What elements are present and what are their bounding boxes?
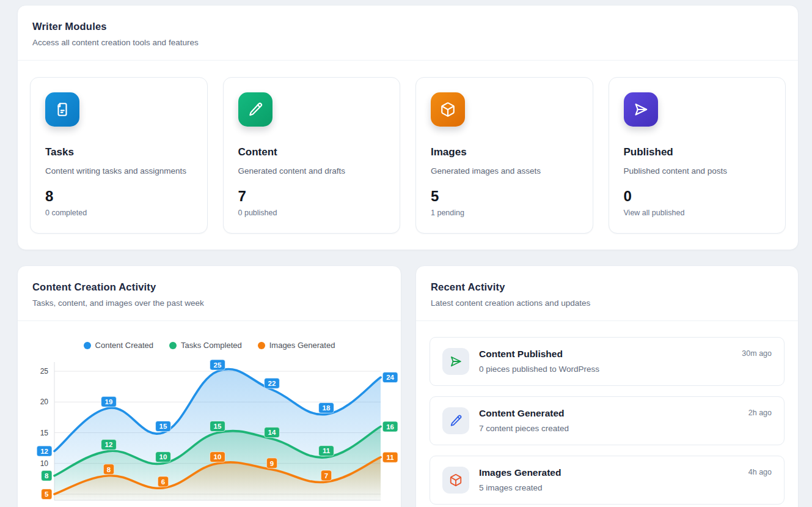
data-label-value: 6 (161, 478, 165, 486)
data-label-value: 8 (107, 466, 111, 473)
module-card-title: Published (624, 146, 771, 158)
data-label-value: 22 (268, 380, 276, 387)
data-label-value: 24 (386, 374, 394, 381)
module-card-footer: 1 pending (431, 209, 578, 217)
data-label-value: 19 (105, 398, 113, 405)
activity-item: Content Generated 7 content pieces creat… (430, 396, 785, 445)
data-label-value: 8 (45, 472, 49, 479)
send-icon (633, 102, 649, 117)
data-label-value: 11 (387, 454, 395, 461)
module-card-published[interactable]: Published Published content and posts 0 … (609, 77, 786, 234)
module-card-description: Generated content and drafts (238, 166, 386, 176)
module-icon-tile (238, 92, 272, 127)
activity-title: Images Generated (479, 467, 739, 478)
activity-body: Images Generated 5 images created (479, 467, 739, 494)
activity-timestamp: 2h ago (748, 409, 772, 434)
data-label-value: 9 (270, 460, 274, 467)
send-icon (449, 355, 463, 368)
activity-description: 7 content pieces created (479, 424, 739, 433)
chart-panel-title: Content Creation Activity (32, 281, 386, 293)
module-icon-tile (624, 92, 658, 127)
writer-modules-header: Writer Modules Access all content creati… (18, 6, 798, 61)
legend-item-tasks-completed[interactable]: Tasks Completed (169, 341, 242, 350)
data-label-value: 7 (324, 472, 328, 479)
writer-modules-title: Writer Modules (32, 21, 783, 32)
data-label-value: 12 (105, 441, 113, 448)
activity-body: Content Generated 7 content pieces creat… (479, 407, 739, 434)
cube-icon (449, 473, 463, 487)
legend-label: Tasks Completed (181, 341, 242, 350)
legend-item-content-created[interactable]: Content Created (84, 341, 153, 350)
module-card-count: 8 (45, 188, 192, 205)
module-card-footer: 0 published (238, 209, 386, 217)
cube-icon (440, 102, 456, 117)
module-card-count: 7 (238, 188, 386, 205)
activity-title: Content Published (479, 349, 732, 360)
module-card-content[interactable]: Content Generated content and drafts 7 0… (223, 77, 401, 234)
activity-icon-box (442, 467, 469, 494)
activity-title: Content Generated (479, 408, 739, 419)
module-card-tasks[interactable]: Tasks Content writing tasks and assignme… (30, 77, 208, 234)
legend-dot (258, 342, 265, 349)
module-card-footer: 0 completed (45, 209, 192, 217)
recent-activity-panel: Recent Activity Latest content creation … (415, 265, 799, 507)
legend-dot (169, 342, 177, 349)
activity-item: Content Published 0 pieces published to … (430, 337, 785, 386)
data-label-value: 12 (40, 448, 48, 455)
legend-label: Images Generated (269, 341, 335, 350)
data-label-value: 14 (268, 429, 276, 436)
activity-icon-box (442, 348, 469, 375)
writer-modules-subtitle: Access all content creation tools and fe… (32, 38, 783, 47)
module-icon-tile (45, 92, 79, 127)
module-card-images[interactable]: Images Generated images and assets 5 1 p… (415, 77, 593, 234)
data-label-value: 25 (214, 361, 222, 369)
activity-timestamp: 4h ago (748, 468, 772, 494)
y-tick-label: 10 (40, 459, 49, 468)
chart-legend: Content CreatedTasks CompletedImages Gen… (18, 341, 401, 350)
activity-item: Images Generated 5 images created 4h ago (430, 456, 785, 505)
data-label-value: 11 (323, 447, 331, 454)
pencil-icon (247, 102, 263, 117)
activity-description: 5 images created (479, 483, 739, 492)
module-card-title: Tasks (45, 146, 192, 158)
data-label-value: 18 (323, 404, 331, 412)
content-creation-activity-panel: Content Creation Activity Tasks, content… (17, 265, 401, 507)
chart-panel-header: Content Creation Activity Tasks, content… (18, 266, 401, 321)
file-icon (54, 102, 70, 117)
activity-line-chart[interactable]: 510152025MonTueWedThuFriSatSun1219152522… (23, 355, 399, 507)
activity-timestamp: 30m ago (742, 349, 772, 375)
y-tick-label: 15 (40, 429, 49, 437)
writer-modules-panel: Writer Modules Access all content creati… (17, 5, 799, 250)
data-label-value: 10 (159, 453, 167, 461)
y-tick-label: 25 (40, 367, 49, 376)
data-label-value: 5 (45, 490, 49, 498)
activity-body: Content Published 0 pieces published to … (479, 348, 732, 375)
legend-label: Content Created (95, 341, 153, 350)
legend-item-images-generated[interactable]: Images Generated (258, 341, 335, 350)
recent-panel-subtitle: Latest content creation actions and upda… (431, 298, 783, 308)
module-icon-tile (431, 92, 465, 127)
data-label-value: 16 (386, 423, 394, 431)
chart-panel-subtitle: Tasks, content, and images over the past… (32, 298, 386, 308)
dashboard-bottom-row: Content Creation Activity Tasks, content… (17, 265, 799, 507)
module-card-title: Images (431, 146, 578, 158)
module-card-count: 5 (431, 188, 578, 205)
module-card-footer: View all published (624, 209, 771, 217)
recent-panel-title: Recent Activity (431, 281, 783, 293)
module-card-title: Content (238, 146, 386, 158)
module-card-description: Published content and posts (624, 166, 771, 176)
module-card-count: 0 (624, 188, 771, 205)
data-label-value: 15 (159, 423, 167, 430)
recent-panel-header: Recent Activity Latest content creation … (416, 266, 798, 321)
module-card-description: Content writing tasks and assignments (45, 166, 192, 176)
y-tick-label: 20 (40, 398, 49, 406)
activity-description: 0 pieces published to WordPress (479, 365, 732, 374)
data-label-value: 10 (214, 453, 222, 461)
legend-dot (84, 342, 91, 349)
module-card-description: Generated images and assets (431, 166, 578, 176)
pencil-icon (449, 414, 463, 427)
data-label-value: 15 (214, 423, 222, 430)
activity-icon-box (442, 407, 469, 434)
module-cards-row: Tasks Content writing tasks and assignme… (18, 61, 798, 250)
recent-activity-list: Content Published 0 pieces published to … (416, 321, 798, 507)
